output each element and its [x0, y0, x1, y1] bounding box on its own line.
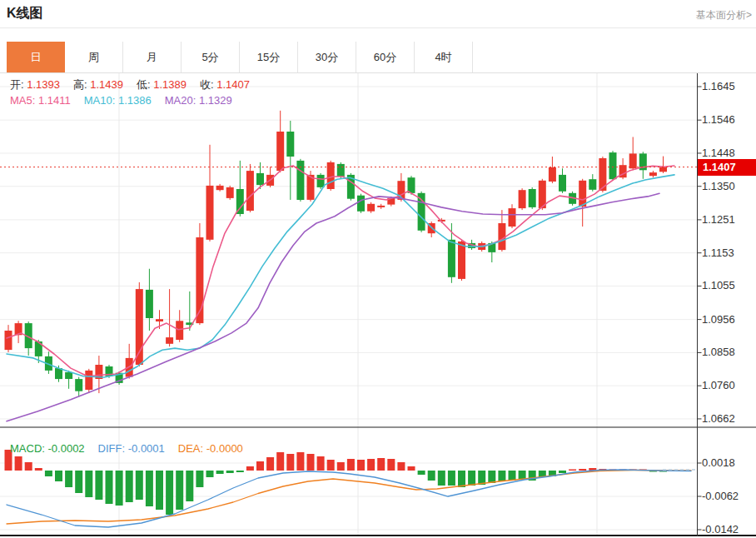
candle-body — [85, 371, 92, 390]
tab-interval-7[interactable]: 4时 — [415, 42, 473, 73]
macd-bar — [236, 471, 244, 472]
price-axis-label: 1.0956 — [702, 313, 754, 326]
macd-bar — [468, 471, 475, 486]
ohlc-item-2: 低: 1.1389 — [137, 78, 187, 91]
macd-bar — [478, 471, 485, 485]
macd-bar — [579, 469, 586, 471]
macd-bar — [519, 471, 526, 479]
macd-bar — [65, 471, 72, 487]
macd-bar — [367, 459, 375, 471]
candle-body — [65, 372, 72, 379]
price-axis-label: 1.1448 — [702, 147, 754, 159]
price-axis-label: 1.0760 — [702, 379, 754, 391]
macd-axis-label: -0.0142 — [702, 523, 754, 536]
macd-bar — [377, 458, 385, 471]
macd-bar — [176, 471, 183, 510]
candle-body — [136, 289, 143, 365]
macd-bar — [569, 470, 576, 471]
macd-bar — [458, 471, 465, 487]
macd-bar — [136, 471, 143, 500]
macd-bar — [397, 462, 405, 471]
tab-interval-4[interactable]: 15分 — [240, 42, 298, 73]
macd-axis-label: 0.0018 — [702, 456, 754, 469]
ohlc-item-0: 开: 1.1393 — [10, 78, 60, 91]
kline-widget: K线图 基本面分析> 日周月5分15分30分60分4时 开: 1.1393高: … — [0, 0, 756, 538]
candle-body — [337, 164, 345, 177]
candle-body — [367, 204, 375, 212]
macd-bar — [126, 471, 133, 502]
price-axis-label: 1.1645 — [702, 80, 754, 92]
price-axis-label: 1.0662 — [702, 412, 754, 425]
macd-item-0: MACD: -0.0002 — [10, 442, 85, 455]
ma-item-1: MA10: 1.1386 — [84, 94, 152, 107]
tab-interval-0[interactable]: 日 — [7, 42, 65, 73]
candle-body — [226, 187, 234, 198]
ma-item-0: MA5: 1.1411 — [10, 94, 71, 107]
macd-bar — [448, 471, 455, 486]
tab-interval-2[interactable]: 月 — [123, 42, 182, 73]
macd-bar — [418, 471, 425, 475]
macd-bar — [296, 452, 304, 471]
kline-chart-canvas[interactable] — [0, 73, 756, 538]
interval-tabs: 日周月5分15分30分60分4时 — [7, 42, 473, 73]
ma-readout: MA5: 1.1411MA10: 1.1386MA20: 1.1329 — [10, 94, 246, 107]
tab-interval-3[interactable]: 5分 — [182, 42, 240, 73]
candle-body — [296, 161, 304, 200]
macd-bar — [166, 471, 173, 515]
candle-body — [206, 186, 214, 240]
macd-bar — [85, 471, 92, 497]
price-axis-label: 1.1251 — [702, 213, 754, 226]
macd-bar — [146, 471, 153, 506]
candle-body — [146, 290, 153, 318]
macd-bar — [357, 460, 365, 471]
tab-interval-6[interactable]: 60分 — [356, 42, 415, 73]
ma10-line — [7, 175, 674, 377]
macd-bar — [35, 468, 42, 471]
tab-interval-5[interactable]: 30分 — [298, 42, 356, 73]
candle-body — [276, 132, 284, 171]
macd-axis-label: -0.0062 — [702, 490, 754, 502]
price-axis-label: 1.1350 — [702, 180, 754, 192]
candle-body — [327, 162, 335, 189]
candle-body — [286, 132, 294, 157]
candle-body — [216, 186, 224, 190]
macd-bar — [327, 460, 335, 471]
price-axis-label: 1.0858 — [702, 346, 754, 358]
macd-bar — [337, 462, 345, 471]
macd-bar — [196, 471, 203, 487]
macd-bar — [25, 462, 32, 471]
macd-bar — [116, 471, 123, 506]
candle-body — [629, 153, 637, 168]
macd-bar — [307, 454, 315, 471]
macd-bar — [106, 471, 113, 504]
candle-body — [75, 379, 82, 391]
macd-bar — [488, 471, 495, 483]
macd-bar — [206, 471, 214, 477]
candle-body — [156, 319, 163, 321]
macd-bar — [509, 471, 516, 481]
macd-bar — [226, 471, 234, 473]
macd-bar — [428, 471, 435, 481]
ma20-line — [7, 193, 659, 421]
candle-body — [458, 242, 465, 279]
candle-body — [448, 240, 455, 277]
macd-bar — [347, 459, 355, 471]
title-divider — [0, 27, 756, 28]
price-axis-label: 1.1055 — [702, 279, 754, 291]
macd-bar — [256, 461, 264, 471]
candle-body — [408, 177, 415, 193]
ohlc-readout: 开: 1.1393高: 1.1439低: 1.1389收: 1.1407 — [10, 77, 263, 92]
candle-body — [166, 337, 173, 344]
ohlc-item-1: 高: 1.1439 — [73, 78, 123, 91]
macd-bar — [498, 471, 505, 481]
candle-body — [589, 179, 596, 190]
macd-bar — [75, 471, 82, 493]
tab-interval-1[interactable]: 周 — [65, 42, 123, 73]
candle-body — [317, 175, 325, 187]
macd-bar — [317, 456, 325, 471]
macd-bar — [408, 466, 415, 471]
candle-body — [377, 206, 385, 207]
fundamental-analysis-link[interactable]: 基本面分析> — [696, 8, 752, 22]
macd-bar — [15, 456, 22, 471]
candle-body — [659, 167, 667, 172]
